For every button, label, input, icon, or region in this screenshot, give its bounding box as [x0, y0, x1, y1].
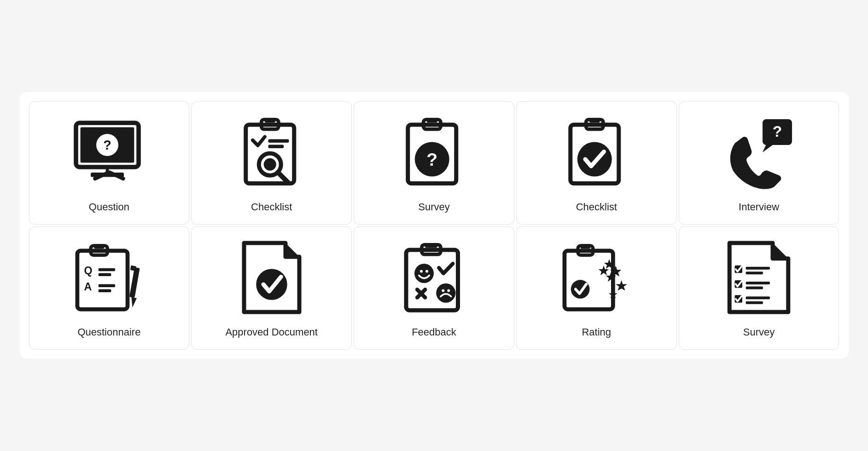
svg-rect-23	[589, 118, 600, 123]
svg-marker-60	[616, 280, 627, 291]
svg-point-50	[442, 289, 445, 292]
svg-rect-35	[99, 284, 115, 288]
svg-rect-43	[425, 243, 437, 248]
svg-rect-66	[746, 282, 770, 284]
approved-document-label: Approved Document	[225, 326, 318, 338]
svg-point-55	[571, 280, 590, 299]
svg-point-14	[263, 158, 276, 171]
feedback-cell: Feedback	[354, 226, 514, 350]
svg-rect-69	[746, 296, 770, 299]
svg-rect-52	[565, 251, 613, 309]
survey-2-label: Survey	[743, 326, 775, 338]
svg-rect-37	[129, 267, 140, 298]
svg-rect-10	[265, 118, 275, 123]
questionnaire-cell: Q A Questionnaire	[29, 226, 190, 350]
survey-1-label: Survey	[418, 201, 449, 213]
rating-label: Rating	[582, 326, 611, 338]
checklist-2-icon	[555, 111, 638, 194]
svg-rect-11	[268, 139, 289, 143]
question-label: Question	[89, 201, 129, 213]
svg-rect-28	[77, 251, 128, 309]
svg-rect-7	[91, 173, 124, 177]
svg-rect-33	[99, 273, 111, 277]
svg-marker-38	[130, 297, 137, 308]
questionnaire-label: Questionnaire	[77, 326, 140, 338]
interview-icon: ?	[717, 111, 800, 194]
svg-rect-30	[94, 244, 104, 249]
svg-marker-26	[763, 144, 774, 152]
svg-text:A: A	[84, 281, 92, 293]
svg-rect-18	[427, 118, 437, 123]
svg-rect-54	[581, 244, 590, 249]
checklist-1-cell: Checklist	[191, 101, 352, 225]
checklist-2-cell: Checklist	[516, 101, 677, 225]
rating-icon	[555, 236, 638, 319]
survey-1-icon: ?	[392, 111, 475, 194]
question-cell: ? Question	[29, 101, 190, 225]
feedback-icon	[392, 236, 475, 319]
survey-2-icon	[717, 236, 800, 319]
svg-point-45	[420, 270, 423, 273]
svg-rect-39	[130, 266, 136, 271]
svg-text:?: ?	[427, 150, 438, 169]
questionnaire-icon: Q A	[68, 236, 151, 319]
svg-text:?: ?	[103, 138, 111, 152]
svg-text:?: ?	[773, 123, 782, 140]
svg-line-15	[278, 173, 288, 183]
approved-document-icon	[230, 236, 313, 319]
interview-label: Interview	[739, 201, 779, 213]
svg-point-40	[256, 269, 287, 300]
svg-rect-36	[99, 289, 111, 292]
survey-2-cell: Survey	[679, 226, 839, 350]
svg-rect-67	[746, 287, 763, 289]
svg-point-46	[425, 270, 428, 273]
svg-rect-63	[746, 267, 770, 270]
svg-rect-70	[746, 301, 763, 304]
approved-document-cell: Approved Document	[191, 226, 352, 350]
svg-rect-64	[746, 272, 763, 274]
survey-1-cell: ? Survey	[354, 101, 514, 225]
icon-grid: ? Question	[20, 92, 849, 359]
rating-cell: Rating	[516, 226, 677, 350]
svg-text:Q: Q	[84, 265, 92, 277]
svg-rect-32	[99, 268, 115, 272]
feedback-label: Feedback	[412, 326, 456, 338]
svg-rect-12	[268, 145, 284, 149]
checklist-1-icon	[230, 111, 313, 194]
interview-cell: ? Interview	[679, 101, 839, 225]
svg-point-44	[414, 264, 434, 283]
checklist-2-label: Checklist	[576, 201, 617, 213]
question-icon: ?	[68, 111, 151, 194]
checklist-1-label: Checklist	[251, 201, 292, 213]
svg-point-51	[448, 289, 450, 292]
